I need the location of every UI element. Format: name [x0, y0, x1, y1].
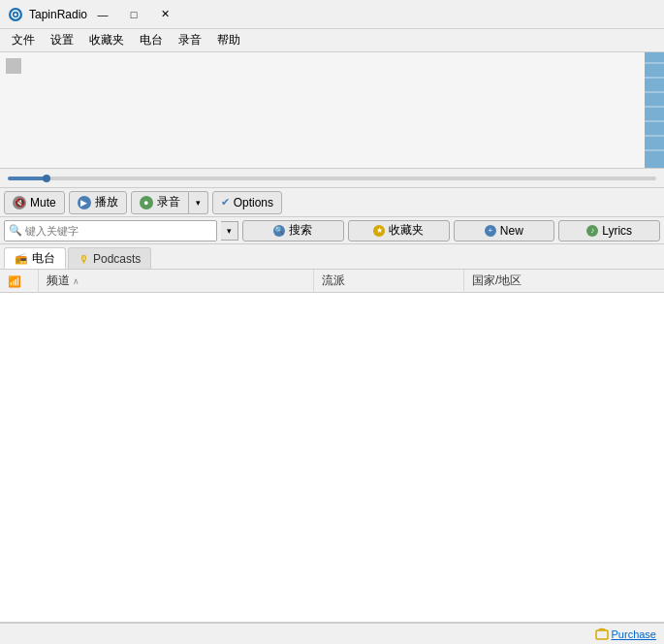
record-group: ● 录音 ▾: [131, 191, 208, 214]
menu-favorites[interactable]: 收藏夹: [81, 30, 132, 51]
maximize-button[interactable]: □: [118, 5, 149, 24]
favorites-btn-label: 收藏夹: [389, 222, 424, 239]
app-icon: [8, 7, 23, 22]
statusbar: Purchase: [0, 623, 664, 644]
mute-label: Mute: [30, 196, 56, 209]
favorites-icon: ★: [373, 225, 385, 237]
search-icon: 🔍: [9, 224, 22, 237]
podcasts-tab-icon: 🎙: [79, 253, 89, 265]
play-label: 播放: [95, 194, 118, 210]
vis-bars: [645, 52, 664, 169]
favorites-button[interactable]: ★ 收藏夹: [348, 220, 450, 242]
menu-settings[interactable]: 设置: [43, 30, 81, 51]
titlebar-controls: — □ ✕: [87, 5, 180, 24]
svg-rect-4: [596, 630, 608, 639]
tabs: 📻 电台 🎙 Podcasts: [0, 244, 664, 270]
app-title: TapinRadio: [29, 8, 87, 21]
tab-radio[interactable]: 📻 电台: [4, 247, 66, 269]
search-btn-label: 搜索: [289, 222, 312, 239]
menu-record[interactable]: 录音: [171, 30, 209, 51]
purchase-icon: [595, 628, 609, 641]
record-label: 录音: [157, 194, 180, 210]
menu-help[interactable]: 帮助: [209, 30, 248, 51]
visualizer-main: [0, 52, 645, 168]
purchase-link[interactable]: Purchase: [595, 628, 656, 641]
svg-rect-3: [6, 58, 21, 74]
new-button[interactable]: + New: [454, 220, 555, 242]
table-header-row: 📶 频道 ∧ 流派 国家/地区: [0, 270, 664, 293]
search-btn-icon: 🔍: [273, 225, 285, 237]
visualizer-area: [0, 52, 664, 169]
progress-area[interactable]: [0, 169, 664, 188]
record-icon: ●: [140, 196, 153, 209]
progress-track[interactable]: [8, 177, 656, 180]
new-btn-label: New: [500, 224, 523, 238]
mute-button[interactable]: 🔇 Mute: [4, 191, 65, 214]
menu-file[interactable]: 文件: [4, 30, 43, 51]
toolbar: 🔇 Mute ▶ 播放 ● 录音 ▾ ✔ Options: [0, 188, 664, 217]
album-art: [6, 58, 21, 74]
searchbar: 🔍 ▾ 🔍 搜索 ★ 收藏夹 + New ♪ Lyrics: [0, 217, 664, 244]
titlebar: TapinRadio — □ ✕: [0, 0, 664, 29]
play-button[interactable]: ▶ 播放: [69, 191, 127, 214]
record-button[interactable]: ● 录音: [131, 191, 189, 214]
record-dropdown[interactable]: ▾: [189, 191, 208, 214]
options-check-icon: ✔: [221, 196, 230, 209]
progress-thumb: [43, 175, 50, 182]
options-button[interactable]: ✔ Options: [212, 191, 282, 214]
col-header-icon[interactable]: 📶: [0, 270, 38, 293]
menu-station[interactable]: 电台: [132, 30, 171, 51]
lyrics-icon: ♪: [586, 225, 598, 237]
options-label: Options: [234, 196, 273, 209]
country-col-label: 国家/地区: [472, 274, 522, 287]
lyrics-btn-label: Lyrics: [602, 224, 632, 238]
minimize-button[interactable]: —: [87, 5, 118, 24]
radio-tab-icon: 📻: [15, 252, 28, 265]
progress-fill: [8, 177, 47, 180]
search-wrapper: 🔍: [4, 220, 217, 242]
search-input[interactable]: [25, 225, 212, 237]
purchase-label: Purchase: [612, 628, 656, 640]
svg-point-2: [15, 13, 17, 16]
mute-icon: 🔇: [13, 196, 26, 209]
tab-podcasts-label: Podcasts: [93, 252, 141, 266]
content-area[interactable]: 📶 频道 ∧ 流派 国家/地区: [0, 270, 664, 623]
new-icon: +: [485, 225, 496, 237]
col-header-country[interactable]: 国家/地区: [463, 270, 664, 293]
col-header-genre[interactable]: 流派: [313, 270, 463, 293]
col-header-channel[interactable]: 频道 ∧: [38, 270, 313, 293]
tab-radio-label: 电台: [32, 250, 55, 267]
tab-podcasts[interactable]: 🎙 Podcasts: [68, 247, 151, 269]
search-dropdown-button[interactable]: ▾: [221, 221, 238, 241]
close-button[interactable]: ✕: [149, 5, 180, 24]
signal-icon: 📶: [8, 275, 21, 287]
station-table: 📶 频道 ∧ 流派 国家/地区: [0, 270, 664, 293]
channel-col-label: 频道: [47, 274, 70, 287]
menubar: 文件 设置 收藏夹 电台 录音 帮助: [0, 29, 664, 52]
genre-col-label: 流派: [322, 274, 345, 287]
search-button[interactable]: 🔍 搜索: [242, 220, 344, 242]
play-icon: ▶: [78, 196, 91, 209]
lyrics-button[interactable]: ♪ Lyrics: [558, 220, 660, 242]
sort-icon: ∧: [73, 276, 79, 286]
